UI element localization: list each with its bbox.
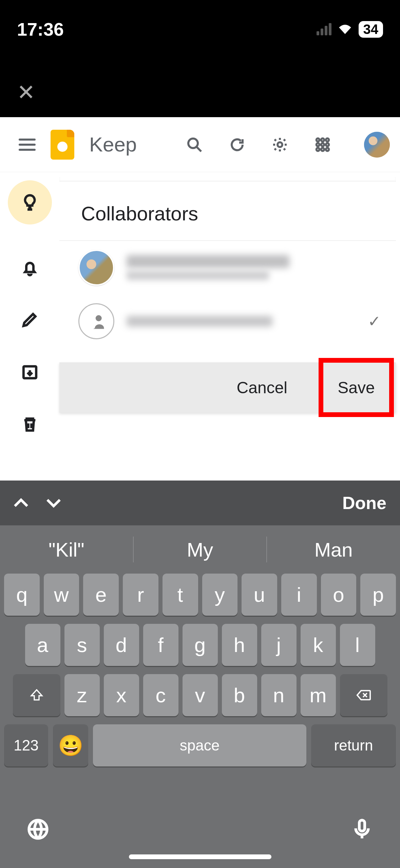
settings-gear-icon[interactable] <box>272 137 288 153</box>
svg-point-2 <box>278 142 282 147</box>
keyboard-row-2: a s d f g h j k l <box>4 624 396 666</box>
key-g[interactable]: g <box>183 624 218 666</box>
key-i[interactable]: i <box>281 574 317 616</box>
numeric-key[interactable]: 123 <box>4 724 48 766</box>
ios-keyboard: Done "Kil" My Man q w e r t y u i o p a … <box>0 481 400 868</box>
key-b[interactable]: b <box>222 674 257 716</box>
status-right: 34 <box>317 21 383 38</box>
keyboard-suggestions: "Kil" My Man <box>0 525 400 574</box>
space-key[interactable]: space <box>93 724 306 766</box>
suggestion[interactable]: "Kil" <box>0 538 133 561</box>
app-header: Keep <box>0 117 400 172</box>
add-person-icon[interactable] <box>78 303 114 339</box>
collaborator-email-redacted <box>127 271 269 280</box>
key-v[interactable]: v <box>183 674 218 716</box>
svg-point-0 <box>188 139 198 148</box>
key-x[interactable]: x <box>104 674 139 716</box>
key-l[interactable]: l <box>340 624 375 666</box>
svg-point-9 <box>317 148 320 151</box>
refresh-icon[interactable] <box>229 137 245 153</box>
emoji-key[interactable]: 😀 <box>53 724 88 766</box>
panel-title: Collaborators <box>59 184 396 241</box>
key-p[interactable]: p <box>360 574 396 616</box>
svg-point-8 <box>326 143 329 146</box>
pending-email-redacted <box>127 316 272 327</box>
key-f[interactable]: f <box>143 624 178 666</box>
account-avatar[interactable] <box>364 132 390 158</box>
cancel-button[interactable]: Cancel <box>206 362 319 413</box>
key-n[interactable]: n <box>261 674 297 716</box>
cellular-signal-icon <box>317 23 331 35</box>
key-u[interactable]: u <box>242 574 277 616</box>
key-z[interactable]: z <box>64 674 100 716</box>
key-y[interactable]: y <box>202 574 238 616</box>
key-s[interactable]: s <box>64 624 100 666</box>
home-indicator[interactable] <box>129 854 271 859</box>
svg-line-1 <box>196 147 201 151</box>
svg-point-10 <box>321 148 324 151</box>
edit-labels-icon[interactable] <box>20 310 39 329</box>
notes-tab-icon[interactable] <box>8 180 52 224</box>
reminders-tab-icon[interactable] <box>20 258 39 277</box>
keyboard-done-button[interactable]: Done <box>342 493 386 513</box>
collaborators-panel: Collaborators ✓ Cance <box>59 172 400 481</box>
svg-point-7 <box>321 143 324 146</box>
save-button-highlight: Save <box>319 358 394 417</box>
key-c[interactable]: c <box>143 674 178 716</box>
save-button[interactable]: Save <box>323 363 389 412</box>
mic-icon[interactable] <box>351 818 373 840</box>
collaborator-owner-row <box>59 241 396 294</box>
side-rail <box>0 172 59 481</box>
collaborator-avatar <box>78 250 114 286</box>
collaborator-name-redacted <box>127 255 289 268</box>
key-r[interactable]: r <box>123 574 158 616</box>
battery-indicator: 34 <box>359 21 383 38</box>
key-d[interactable]: d <box>104 624 139 666</box>
key-o[interactable]: o <box>321 574 357 616</box>
confirm-check-icon[interactable]: ✓ <box>368 312 389 330</box>
wifi-icon <box>338 24 353 35</box>
key-t[interactable]: t <box>163 574 198 616</box>
browser-chrome: 17:36 34 ✕ <box>0 0 400 117</box>
key-h[interactable]: h <box>222 624 257 666</box>
keyboard-row-1: q w e r t y u i o p <box>4 574 396 616</box>
status-bar: 17:36 34 <box>0 0 400 40</box>
keyboard-accessory-bar: Done <box>0 481 400 525</box>
key-j[interactable]: j <box>261 624 297 666</box>
action-bar: Cancel Save <box>59 362 396 413</box>
search-icon[interactable] <box>186 137 203 153</box>
keyboard-row-4: 123 😀 space return <box>4 724 396 766</box>
key-e[interactable]: e <box>83 574 119 616</box>
trash-tab-icon[interactable] <box>20 415 39 434</box>
key-q[interactable]: q <box>4 574 40 616</box>
svg-point-6 <box>317 143 320 146</box>
svg-point-3 <box>317 138 320 141</box>
next-field-icon[interactable] <box>46 498 61 508</box>
app-title: Keep <box>89 133 140 156</box>
svg-point-11 <box>326 148 329 151</box>
main-content: Collaborators ✓ Cance <box>0 172 400 481</box>
add-collaborator-row[interactable]: ✓ <box>59 294 396 348</box>
close-icon[interactable]: ✕ <box>17 80 35 105</box>
suggestion[interactable]: Man <box>267 538 400 561</box>
svg-point-4 <box>321 138 324 141</box>
svg-rect-14 <box>359 820 365 831</box>
key-m[interactable]: m <box>301 674 336 716</box>
archive-tab-icon[interactable] <box>20 362 39 381</box>
key-w[interactable]: w <box>44 574 79 616</box>
return-key[interactable]: return <box>311 724 396 766</box>
suggestion[interactable]: My <box>134 538 267 561</box>
key-a[interactable]: a <box>25 624 60 666</box>
shift-key[interactable] <box>13 674 60 716</box>
status-time: 17:36 <box>17 19 64 40</box>
keyboard-row-3: z x c v b n m <box>4 674 396 716</box>
backspace-key[interactable] <box>340 674 387 716</box>
prev-field-icon[interactable] <box>14 498 28 508</box>
apps-grid-icon[interactable] <box>315 137 331 153</box>
svg-point-5 <box>326 138 329 141</box>
menu-icon[interactable] <box>19 139 36 151</box>
key-k[interactable]: k <box>301 624 336 666</box>
keep-logo-icon[interactable] <box>51 130 74 160</box>
globe-icon[interactable] <box>27 818 49 840</box>
